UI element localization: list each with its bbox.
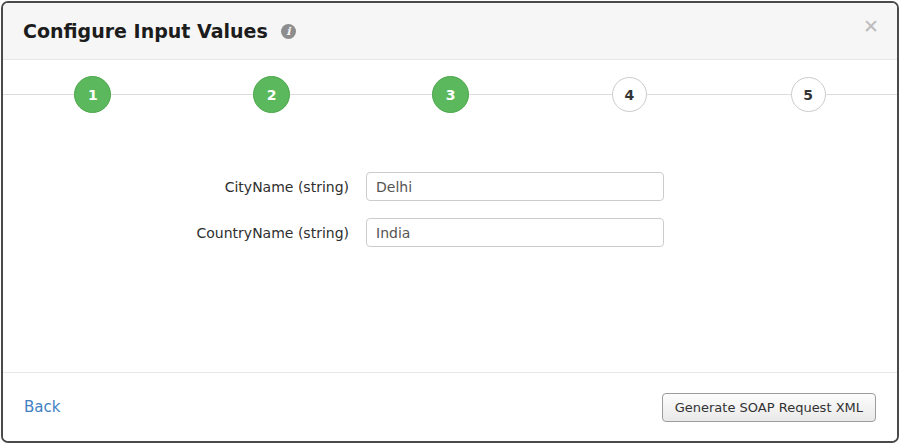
- generate-soap-request-xml-button[interactable]: Generate SOAP Request XML: [662, 393, 876, 422]
- countryname-label: CountryName (string): [3, 225, 366, 241]
- wizard-step-3[interactable]: 3: [432, 76, 469, 113]
- back-link[interactable]: Back: [24, 398, 60, 416]
- close-icon[interactable]: ✕: [863, 17, 879, 36]
- form-row-countryname: CountryName (string): [3, 218, 897, 247]
- cityname-input[interactable]: [366, 172, 664, 201]
- dialog-footer: Back Generate SOAP Request XML: [3, 372, 897, 441]
- wizard-step-1[interactable]: 1: [74, 76, 111, 113]
- info-icon[interactable]: i: [281, 24, 296, 39]
- wizard-step-5[interactable]: 5: [791, 77, 826, 112]
- input-values-form: CityName (string) CountryName (string): [3, 172, 897, 247]
- cityname-label: CityName (string): [3, 179, 366, 195]
- wizard-step-4[interactable]: 4: [612, 77, 647, 112]
- form-row-cityname: CityName (string): [3, 172, 897, 201]
- configure-input-values-dialog: Configure Input Values i ✕ 1 2 3 4 5 Cit…: [1, 1, 899, 443]
- dialog-header: Configure Input Values i: [3, 3, 897, 60]
- dialog-title: Configure Input Values: [23, 20, 268, 42]
- countryname-input[interactable]: [366, 218, 664, 247]
- wizard-step-2[interactable]: 2: [253, 76, 290, 113]
- wizard-step-indicator: 1 2 3 4 5: [3, 60, 897, 132]
